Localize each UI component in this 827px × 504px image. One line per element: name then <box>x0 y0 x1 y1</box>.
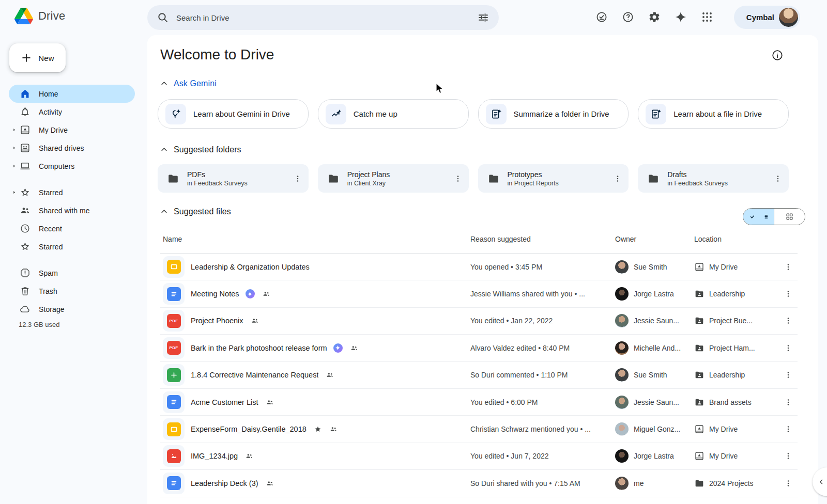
more-options-icon[interactable] <box>784 316 793 325</box>
cell-owner: Jorge Lastra <box>615 287 694 301</box>
chevron-up-icon[interactable] <box>159 207 169 216</box>
drive-logo[interactable]: Drive <box>14 8 65 24</box>
sidebar-item-activity[interactable]: Activity <box>9 103 135 121</box>
cell-location[interactable]: My Drive <box>694 451 779 461</box>
sharedfolder-icon <box>694 289 705 299</box>
table-row[interactable]: ExpenseForm_Daisy.Gentile_2018Christian … <box>160 416 798 443</box>
sidebar-item-computers[interactable]: Computers <box>9 157 135 175</box>
owner-name: Sue Smith <box>634 371 667 379</box>
account-pill[interactable]: Cymbal <box>734 6 800 29</box>
sidebar-item-spam[interactable]: Spam <box>9 264 135 282</box>
cell-location[interactable]: Project Ham... <box>694 343 779 353</box>
expand-caret-icon[interactable] <box>11 163 17 169</box>
suggested-folder-card[interactable]: Prototypesin Project Reports <box>478 164 629 193</box>
sidebar-item-starred[interactable]: Starred <box>9 183 135 201</box>
suggested-folder-card[interactable]: Draftsin Feedback Surveys <box>638 164 789 193</box>
chevron-up-icon[interactable] <box>159 78 169 88</box>
cell-menu <box>779 370 798 380</box>
sidebar-item-my-drive[interactable]: My Drive <box>9 121 135 139</box>
suggested-files-header[interactable]: Suggested files <box>159 207 231 216</box>
ask-gemini-label[interactable]: Ask Gemini <box>174 79 217 88</box>
table-row[interactable]: Meeting NotesJessie Williams shared with… <box>160 280 798 307</box>
more-options-icon[interactable] <box>773 174 783 183</box>
new-button[interactable]: New <box>9 43 66 72</box>
sidebar-item-storage[interactable]: Storage <box>9 300 135 318</box>
sidebar-item-shared-drives[interactable]: Shared drives <box>9 139 135 157</box>
cell-location[interactable]: My Drive <box>694 262 779 272</box>
cell-menu <box>779 316 798 325</box>
settings-icon[interactable] <box>648 11 661 23</box>
column-header-reason-suggested[interactable]: Reason suggested <box>470 235 615 243</box>
help-icon[interactable] <box>622 11 634 23</box>
top-bar: Drive <box>0 0 827 35</box>
column-header-name[interactable]: Name <box>160 235 470 243</box>
gemini-card[interactable]: Summarize a folder in Drive <box>478 99 629 129</box>
suggested-folders-header[interactable]: Suggested folders <box>159 145 241 154</box>
sidebar-item-shared-with-me[interactable]: Shared with me <box>9 201 135 219</box>
more-options-icon[interactable] <box>784 479 793 488</box>
column-header-owner[interactable]: Owner <box>615 235 694 243</box>
cell-location[interactable]: My Drive <box>694 424 779 434</box>
suggested-folder-card[interactable]: Project Plansin Client Xray <box>318 164 469 193</box>
more-options-icon[interactable] <box>784 262 793 272</box>
storage-used-text: 12.3 GB used <box>19 321 60 328</box>
cell-location[interactable]: Leadership <box>694 289 779 299</box>
gemini-card[interactable]: Learn about Gemini in Drive <box>158 99 309 129</box>
gemini-summary-badge[interactable] <box>333 343 343 353</box>
suggested-folder-card[interactable]: PDFsin Feedback Surveys <box>158 164 309 193</box>
gemini-card[interactable]: Learn about a file in Drive <box>638 99 789 129</box>
new-button-label: New <box>38 54 54 62</box>
table-row[interactable]: Leadership & Organization UpdatesYou ope… <box>160 254 798 280</box>
gemini-summary-badge[interactable] <box>246 289 255 298</box>
more-options-icon[interactable] <box>784 451 793 461</box>
expand-caret-icon[interactable] <box>11 127 17 133</box>
sidebar-item-starred[interactable]: Starred <box>9 238 135 256</box>
more-options-icon[interactable] <box>784 343 793 353</box>
column-header-location[interactable]: Location <box>694 235 779 243</box>
table-row[interactable]: Leadership Deck (3)So Duri shared with y… <box>160 470 798 497</box>
list-view-button[interactable] <box>743 209 774 225</box>
cell-location[interactable]: Project Bue... <box>694 316 779 326</box>
expand-caret-icon[interactable] <box>11 190 17 195</box>
mydrive-icon <box>694 262 705 272</box>
doc-spark-icon <box>646 104 666 124</box>
search-filters-icon[interactable] <box>477 11 489 24</box>
table-row[interactable]: PDFProject PhoenixYou edited • Jan 22, 2… <box>160 308 798 335</box>
more-options-icon[interactable] <box>784 424 793 434</box>
table-row[interactable]: PDFBark in the Park photoshoot release f… <box>160 335 798 361</box>
location-name: My Drive <box>709 263 738 271</box>
more-options-icon[interactable] <box>784 370 793 380</box>
cell-location[interactable]: 2024 Projects <box>694 478 779 489</box>
more-options-icon[interactable] <box>453 174 463 183</box>
sidebar-item-trash[interactable]: Trash <box>9 282 135 300</box>
search-input[interactable] <box>176 13 470 22</box>
gemini-card[interactable]: Catch me up <box>318 99 469 129</box>
availability-status-icon[interactable] <box>595 11 608 23</box>
table-row[interactable]: 1.8.4 Corrective Maintenance RequestSo D… <box>160 362 798 389</box>
more-options-icon[interactable] <box>613 174 622 183</box>
search-bar[interactable] <box>147 5 499 30</box>
more-options-icon[interactable] <box>784 398 793 407</box>
location-name: Project Ham... <box>709 344 755 352</box>
more-options-icon[interactable] <box>293 174 302 183</box>
gemini-icon[interactable] <box>675 11 687 23</box>
sidebar-item-home[interactable]: Home <box>9 85 135 103</box>
more-options-icon[interactable] <box>784 289 793 298</box>
cloud-icon <box>20 304 30 314</box>
cell-location[interactable]: Leadership <box>694 370 779 380</box>
expand-caret-icon[interactable] <box>11 145 17 151</box>
sidebar-item-recent[interactable]: Recent <box>9 219 135 238</box>
table-row[interactable]: IMG_1234.jpgYou edited • Jun 7, 2022Jorg… <box>160 443 798 470</box>
cell-location[interactable]: Brand assets <box>694 397 779 407</box>
ask-gemini-header[interactable]: Ask Gemini <box>159 78 217 88</box>
grid-view-button[interactable] <box>774 209 805 225</box>
apps-grid-icon[interactable] <box>701 11 713 23</box>
chevron-up-icon[interactable] <box>159 145 169 154</box>
cell-reason: You edited • Jan 22, 2022 <box>470 317 615 325</box>
cell-menu <box>779 451 798 461</box>
grid-view-icon <box>785 212 794 221</box>
search-icon[interactable] <box>157 11 169 24</box>
table-row[interactable]: Acme Customer ListYou edited • 6:00 PMJe… <box>160 389 798 416</box>
info-icon[interactable] <box>771 49 784 61</box>
user-avatar[interactable] <box>779 8 798 27</box>
